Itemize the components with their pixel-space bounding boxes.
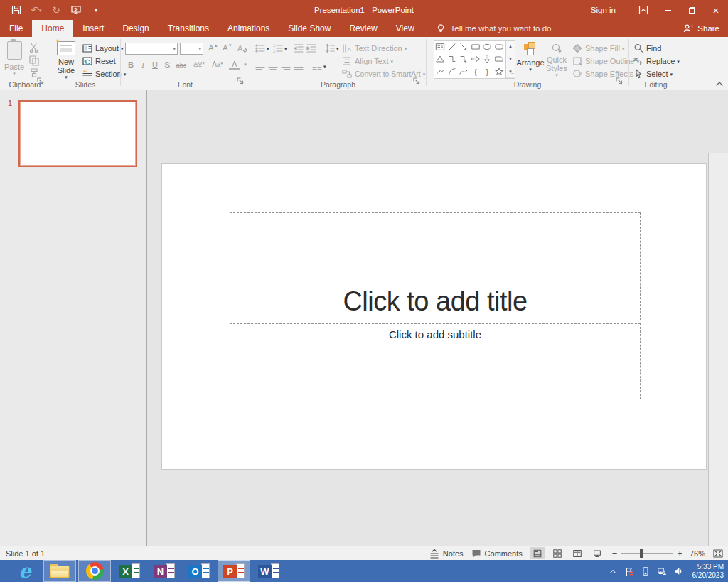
rectangle-shape[interactable]	[470, 41, 482, 53]
sign-in-link[interactable]: Sign in	[584, 0, 631, 20]
onenote-taskbar-icon[interactable]: N	[148, 560, 181, 582]
font-size-combo[interactable]: ▾	[180, 43, 203, 55]
comments-button[interactable]: Comments	[471, 548, 523, 559]
collapse-ribbon-icon[interactable]	[714, 78, 725, 90]
tab-insert[interactable]: Insert	[73, 20, 113, 37]
powerpoint-taskbar-icon[interactable]: P	[218, 560, 250, 582]
shape-fill-button[interactable]: Shape Fill▾	[572, 43, 624, 54]
tell-me-box[interactable]: Tell me what you want to do	[435, 20, 552, 37]
arrange-button[interactable]: Arrange ▾	[518, 42, 543, 72]
arc-shape[interactable]	[446, 65, 459, 78]
reading-view-button[interactable]	[569, 547, 585, 559]
network-icon[interactable]	[657, 566, 667, 576]
slide[interactable]: Click to add title Click to add subtitle	[161, 163, 707, 470]
underline-icon[interactable]: U	[149, 60, 161, 69]
slide-sorter-view-button[interactable]	[550, 547, 565, 559]
quick-styles-button[interactable]: Quick Styles ▾	[545, 42, 569, 77]
start-from-beginning-icon[interactable]	[70, 4, 82, 16]
gallery-more-icon[interactable]: ▼̲	[506, 65, 515, 78]
left-brace-shape[interactable]: {	[470, 65, 482, 78]
star-shape[interactable]	[493, 65, 505, 78]
align-left-icon[interactable]	[255, 60, 266, 72]
cut-icon[interactable]	[28, 42, 40, 53]
font-dialog-launcher-icon[interactable]	[236, 77, 247, 88]
text-shadow-icon[interactable]: S	[161, 60, 173, 69]
zoom-level[interactable]: 76%	[690, 549, 705, 558]
font-name-combo[interactable]: ▾	[125, 43, 178, 55]
text-box-shape[interactable]: A	[434, 41, 446, 53]
tab-file[interactable]: File	[0, 20, 32, 37]
tab-slide-show[interactable]: Slide Show	[279, 20, 340, 37]
elbow-arrow-shape[interactable]	[458, 53, 470, 66]
reset-button[interactable]: Reset	[82, 55, 116, 67]
hidden-icons-icon[interactable]	[608, 566, 618, 576]
tab-animations[interactable]: Animations	[218, 20, 279, 37]
zoom-in-icon[interactable]: +	[677, 548, 682, 559]
strikethrough-icon[interactable]: abc	[173, 62, 189, 69]
word-taskbar-icon[interactable]: W	[252, 560, 285, 582]
align-right-icon[interactable]	[280, 60, 291, 72]
slide-thumbnail-panel[interactable]: 1	[0, 90, 147, 546]
select-button[interactable]: Select▾	[633, 68, 673, 80]
gallery-scroll-up-icon[interactable]: ▲	[506, 41, 515, 53]
tab-design[interactable]: Design	[113, 20, 158, 37]
bold-icon[interactable]: B	[125, 60, 136, 69]
clear-formatting-icon[interactable]: A	[237, 43, 248, 54]
replace-button[interactable]: abReplace▾	[633, 55, 680, 67]
italic-icon[interactable]: I	[137, 60, 149, 69]
ribbon-display-options-icon[interactable]	[631, 0, 655, 20]
share-button[interactable]: Share	[682, 20, 719, 37]
decrease-font-size-icon[interactable]: A▼	[222, 43, 233, 52]
notes-button[interactable]: Notes	[429, 548, 464, 559]
line-spacing-icon[interactable]	[324, 43, 336, 54]
line-shape[interactable]	[446, 41, 459, 53]
rounded-rectangle-shape[interactable]	[493, 41, 505, 53]
clipboard-dialog-launcher-icon[interactable]	[36, 77, 48, 88]
outlook-taskbar-icon[interactable]: O	[183, 560, 215, 582]
subtitle-placeholder[interactable]: Click to add subtitle	[230, 323, 641, 399]
action-center-icon[interactable]	[624, 566, 634, 576]
excel-taskbar-icon[interactable]: X	[113, 560, 146, 582]
bullets-icon[interactable]	[255, 43, 266, 54]
tab-transitions[interactable]: Transitions	[159, 20, 218, 37]
gallery-scroll-down-icon[interactable]: ▼	[506, 53, 515, 66]
restore-button[interactable]	[680, 0, 704, 20]
redo-icon[interactable]: ↻	[50, 4, 63, 16]
triangle-shape[interactable]	[434, 53, 446, 66]
file-explorer-taskbar-icon[interactable]	[43, 560, 76, 582]
normal-view-button[interactable]	[530, 547, 545, 559]
align-text-button[interactable]: Align Text▾	[341, 55, 393, 67]
chrome-taskbar-icon[interactable]	[78, 560, 111, 582]
title-placeholder[interactable]: Click to add title	[230, 212, 641, 320]
layout-button[interactable]: Layout▾	[82, 43, 124, 54]
minimize-button[interactable]	[655, 0, 680, 20]
scribble-shape[interactable]	[434, 65, 446, 78]
font-color-icon[interactable]: A	[229, 60, 240, 70]
taskbar-clock[interactable]: 5:33 PM 6/20/2023	[690, 563, 724, 580]
paste-button[interactable]: Paste ▾	[4, 41, 25, 76]
paragraph-dialog-launcher-icon[interactable]	[412, 77, 424, 88]
increase-font-size-icon[interactable]: A▲	[208, 43, 219, 52]
fit-slide-to-window-icon[interactable]	[712, 548, 724, 559]
align-center-icon[interactable]	[267, 60, 279, 72]
snip-corner-rectangle-shape[interactable]	[493, 53, 505, 66]
zoom-slider[interactable]	[621, 553, 673, 554]
curve-shape[interactable]	[458, 65, 470, 78]
tab-view[interactable]: View	[387, 20, 424, 37]
numbering-icon[interactable]: 12	[272, 43, 284, 54]
elbow-connector-shape[interactable]	[446, 53, 459, 66]
vertical-scrollbar[interactable]	[708, 153, 728, 546]
close-button[interactable]: ×	[704, 0, 728, 20]
save-icon[interactable]	[10, 4, 23, 16]
decrease-indent-icon[interactable]	[293, 43, 304, 54]
character-spacing-icon[interactable]: A̲V̲▾	[191, 60, 208, 68]
right-brace-shape[interactable]: }	[481, 65, 493, 78]
zoom-slider-handle[interactable]	[640, 549, 643, 558]
find-button[interactable]: Find	[633, 43, 661, 54]
new-slide-button[interactable]: New Slide ▾	[53, 41, 79, 80]
columns-icon[interactable]	[311, 60, 323, 72]
oval-shape[interactable]	[481, 41, 493, 53]
shape-gallery-scrollbar[interactable]: ▲ ▼ ▼̲	[505, 40, 515, 79]
tablet-icon[interactable]	[641, 566, 651, 576]
right-arrow-shape[interactable]	[470, 53, 482, 66]
